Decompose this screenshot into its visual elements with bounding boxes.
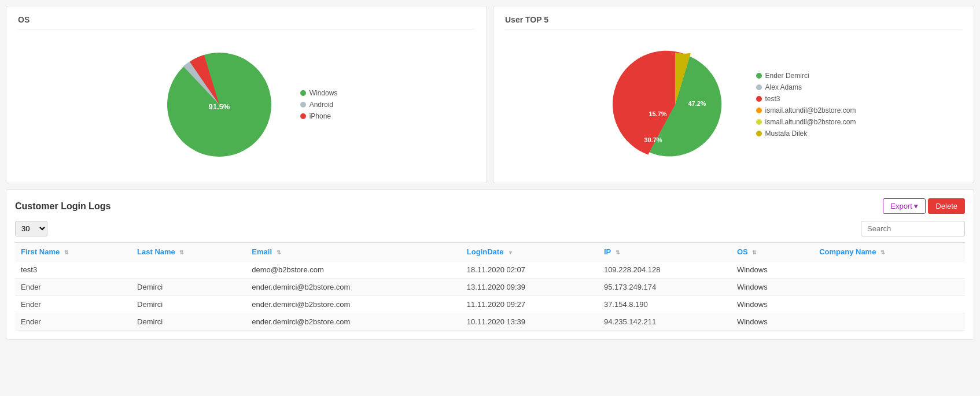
legend-item-ismail1: ismail.altundil@b2bstore.com [756,106,856,114]
cell-last-name: Demirci [131,279,246,296]
cell-first-name: test3 [15,261,131,279]
col-last-name-label: Last Name [137,247,175,256]
export-button[interactable]: Export ▾ [883,198,926,214]
sort-icon-first-name: ⇅ [64,250,69,256]
cell-company [813,279,965,296]
col-os-label: OS [737,247,748,256]
search-input[interactable] [861,221,965,236]
table-row: Ender Demirci ender.demirci@b2bstore.com… [15,313,965,331]
legend-item-android: Android [300,101,338,109]
os-pie-chart: 91.5% [156,41,283,168]
user-top5-chart-area: 47.2% 30.7% 15.7% Ender Demirci Alex Ada… [505,35,962,174]
sort-icon-login-date: ▼ [508,250,513,256]
cell-ip: 109.228.204.128 [598,261,731,279]
cell-ip: 95.173.249.174 [598,279,731,296]
sort-icon-ip: ⇅ [616,250,620,256]
cell-email: ender.demirci@b2bstore.com [246,313,461,331]
legend-label-windows: Windows [310,89,338,97]
table-body: test3 demo@b2bstore.com 18.11.2020 02:07… [15,261,965,331]
sort-icon-last-name: ⇅ [179,250,184,256]
table-row: test3 demo@b2bstore.com 18.11.2020 02:07… [15,261,965,279]
cell-company [813,296,965,313]
legend-item-alex: Alex Adams [756,83,856,91]
col-first-name-label: First Name [21,247,60,256]
cell-email: ender.demirci@b2bstore.com [246,296,461,313]
customer-login-logs-section: Customer Login Logs Export ▾ Delete 30 5… [6,189,974,340]
legend-label-test3: test3 [765,95,780,103]
table-row: Ender Demirci ender.demirci@b2bstore.com… [15,296,965,313]
col-login-date-label: LoginDate [467,247,504,256]
legend-dot-test3 [756,96,762,102]
cell-login-date: 11.11.2020 09:27 [461,296,598,313]
col-company[interactable]: Company Name ⇅ [813,243,965,261]
cell-email: demo@b2bstore.com [246,261,461,279]
legend-item-ender: Ender Demirci [756,72,856,80]
col-last-name[interactable]: Last Name ⇅ [131,243,246,261]
os-center-label: 91.5% [208,102,230,111]
col-email[interactable]: Email ⇅ [246,243,461,261]
cell-company [813,261,965,279]
sort-icon-os: ⇅ [752,250,757,256]
table-controls: 30 50 100 [15,221,965,236]
delete-button[interactable]: Delete [928,198,965,214]
legend-dot-ismail2 [756,119,762,125]
col-os[interactable]: OS ⇅ [731,243,813,261]
table-header: Customer Login Logs Export ▾ Delete [15,198,965,214]
col-login-date[interactable]: LoginDate ▼ [461,243,598,261]
legend-label-iphone: iPhone [310,112,331,120]
legend-dot-mustafa [756,131,762,136]
legend-item-windows: Windows [300,89,338,97]
cell-login-date: 10.11.2020 13:39 [461,313,598,331]
user-top5-legend: Ender Demirci Alex Adams test3 ismail.al… [756,72,856,138]
cell-last-name [131,261,246,279]
os-chart-area: 91.5% Windows Android iPhone [18,35,475,174]
col-ip[interactable]: IP ⇅ [598,243,731,261]
table-header-row: First Name ⇅ Last Name ⇅ Email ⇅ LoginDa… [15,243,965,261]
legend-label-ismail2: ismail.altundil@b2bstore.com [765,118,856,126]
os-chart-title: OS [18,15,475,29]
legend-label-mustafa: Mustafa Dilek [765,129,808,138]
os-legend: Windows Android iPhone [300,89,338,120]
cell-company [813,313,965,331]
page-size-select[interactable]: 30 50 100 [15,221,47,236]
legend-dot-alex [756,84,762,90]
legend-label-ender: Ender Demirci [765,72,809,80]
legend-label-alex: Alex Adams [765,83,802,91]
table-title: Customer Login Logs [15,201,110,212]
os-chart-card: OS 91.5% Windows [6,6,487,183]
login-logs-table: First Name ⇅ Last Name ⇅ Email ⇅ LoginDa… [15,242,965,331]
cell-first-name: Ender [15,313,131,331]
col-ip-label: IP [604,247,611,256]
user-label-alex: 30.7% [644,136,662,143]
user-top5-title: User TOP 5 [505,15,962,29]
legend-dot-ender [756,73,762,79]
cell-last-name: Demirci [131,313,246,331]
cell-email: ender.demirci@b2bstore.com [246,279,461,296]
col-email-label: Email [252,247,272,256]
legend-dot-android [300,102,306,108]
legend-dot-ismail1 [756,108,762,113]
legend-label-android: Android [310,101,333,109]
user-label-test3: 15.7% [649,110,666,117]
sort-icon-email: ⇅ [277,250,281,256]
legend-dot-windows [300,90,306,96]
user-pie-chart: 47.2% 30.7% 15.7% [611,41,739,168]
legend-dot-iphone [300,113,306,119]
legend-item-mustafa: Mustafa Dilek [756,129,856,138]
cell-os: Windows [731,279,813,296]
legend-item-ismail2: ismail.altundil@b2bstore.com [756,118,856,126]
col-first-name[interactable]: First Name ⇅ [15,243,131,261]
cell-ip: 37.154.8.190 [598,296,731,313]
cell-os: Windows [731,296,813,313]
cell-os: Windows [731,313,813,331]
sort-icon-company: ⇅ [880,250,885,256]
col-company-label: Company Name [819,247,876,256]
cell-first-name: Ender [15,296,131,313]
legend-item-iphone: iPhone [300,112,338,120]
user-label-ender: 47.2% [688,100,706,107]
table-actions: Export ▾ Delete [883,198,965,214]
cell-first-name: Ender [15,279,131,296]
legend-item-test3: test3 [756,95,856,103]
cell-login-date: 18.11.2020 02:07 [461,261,598,279]
table-row: Ender Demirci ender.demirci@b2bstore.com… [15,279,965,296]
